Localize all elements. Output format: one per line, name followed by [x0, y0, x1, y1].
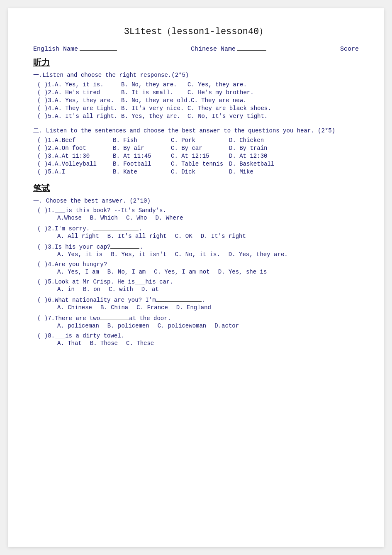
q-paren: ( )4.: [37, 261, 55, 268]
q-num: ( )1.: [37, 137, 55, 144]
q-b: B. Yes, they are.: [121, 113, 187, 120]
q-main-row: ( )4. Are you hungry?: [33, 261, 359, 268]
opt-d: D.actor: [214, 323, 239, 329]
q-options: A. policeman B. policemen C. policewoman…: [33, 323, 359, 329]
q-c: C. Yes, they are.: [187, 81, 247, 88]
q-num: ( )2.: [37, 89, 55, 96]
q-stem: There are twoat the door.: [55, 314, 171, 322]
q-d: D. Chicken: [229, 137, 264, 144]
opt-d: D. It's right: [201, 233, 246, 240]
q-d: D. Basketball: [229, 161, 274, 167]
opt-c: C. with: [109, 286, 133, 293]
written-q6: ( )6. What nationality are you? I'm. A. …: [33, 296, 359, 311]
blank: [156, 296, 202, 302]
opt-b: B. Yes, it isn't: [111, 251, 166, 258]
q-stem: Are you hungry?: [55, 261, 107, 268]
blank: [100, 314, 129, 320]
listening-q4: ( )4. A. They are tight. B. It's very ni…: [33, 105, 359, 112]
listening-part1-instruction: 一.Listen and choose the right response.(…: [33, 71, 359, 79]
written-q1: ( )1. ___is this book? --It's Sandy's. A…: [33, 207, 359, 221]
q-c: C. Dick: [171, 169, 229, 175]
opt-b: B. No, I am: [107, 269, 146, 275]
opt-d: D. Yes, she is: [218, 269, 267, 275]
q-a: A. Yes, they are.: [55, 97, 121, 104]
q-stem: ___is a dirty towel.: [55, 333, 124, 339]
q-paren: ( )1.: [37, 207, 55, 214]
q-a: A. It's all right.: [55, 113, 121, 120]
q-num: ( )5.: [37, 169, 55, 175]
q-c: C. He's my brother.: [187, 89, 254, 96]
written-section: 笔试 一. Choose the best answer. (2*10) ( )…: [33, 183, 359, 347]
blank: [93, 225, 139, 230]
listening2-q4: ( )4. A.Volleyball B. Football C. Table …: [33, 161, 359, 167]
chinese-name-label: Chinese Name: [191, 46, 236, 53]
opt-d: D. Where: [155, 215, 183, 221]
opt-c: C. These: [126, 340, 154, 347]
opt-c: C. Who: [126, 215, 147, 221]
opt-d: D. Yes, they are.: [229, 251, 288, 258]
q-main-row: ( )7. There are twoat the door.: [33, 314, 359, 322]
q-options: A. Yes, I am B. No, I am C. Yes, I am no…: [33, 269, 359, 275]
q-b: B. Fish: [113, 137, 171, 144]
opt-a: A. That: [57, 340, 82, 347]
score-field: Score: [340, 46, 359, 53]
header-row: English Name Chinese Name Score: [33, 45, 359, 53]
q-options: A. Chinese B. China C. France D. England: [33, 304, 359, 311]
blank: [110, 243, 139, 249]
q-a: A. Yes, it is.: [55, 81, 121, 88]
listening-q1: ( )1. A. Yes, it is. B. No, they are. C.…: [33, 81, 359, 88]
q-c: C. No, It's very tight.: [187, 113, 268, 120]
listening-q5: ( )5. A. It's all right. B. Yes, they ar…: [33, 113, 359, 120]
q-main-row: ( )1. ___is this book? --It's Sandy's.: [33, 207, 359, 214]
opt-d: D. at: [141, 286, 159, 293]
opt-a: A. All right: [57, 233, 99, 240]
q-main-row: ( )2. I'm sorry. .: [33, 225, 359, 232]
q-options: A. All right B. It's all right C. OK D. …: [33, 233, 359, 240]
q-main-row: ( )6. What nationality are you? I'm.: [33, 296, 359, 303]
q-num: ( )3.: [37, 97, 55, 104]
listening-part2: 二. Listen to the sentences and choose th…: [33, 127, 359, 175]
q-d: D. At 12:30: [229, 153, 267, 159]
written-q8: ( )8. ___is a dirty towel. A. That B. Th…: [33, 333, 359, 347]
opt-a: A. policeman: [57, 323, 99, 329]
q-c: C. By car: [171, 145, 229, 152]
q-d: D. By train: [229, 145, 267, 152]
opt-c: C. OK: [175, 233, 192, 240]
q-d: D. Mike: [229, 169, 253, 175]
q-options: A. That B. Those C. These: [33, 340, 359, 347]
english-name-underline: [80, 45, 117, 51]
q-c: C. Table tennis: [171, 161, 229, 167]
q-paren: ( )7.: [37, 315, 55, 322]
written-q4: ( )4. Are you hungry? A. Yes, I am B. No…: [33, 261, 359, 275]
q-stem: I'm sorry. .: [55, 225, 142, 232]
q-b: B. It's very nice.: [121, 105, 187, 112]
q-main-row: ( )5. Look at Mr Crisp. He is___his car.: [33, 279, 359, 285]
q-num: ( )3.: [37, 153, 55, 159]
page-title: 3L1test（lesson1-lesson40）: [33, 25, 359, 37]
written-q5: ( )5. Look at Mr Crisp. He is___his car.…: [33, 279, 359, 293]
q-paren: ( )8.: [37, 333, 55, 339]
listening2-q2: ( )2. A.On foot B. By air C. By car D. B…: [33, 145, 359, 152]
q-paren: ( )3.: [37, 244, 55, 250]
exam-page: 3L1test（lesson1-lesson40） English Name C…: [8, 8, 384, 547]
chinese-name-underline: [237, 45, 266, 51]
q-b: B. It is small.: [121, 89, 187, 96]
q-b: B. No, they are old.: [121, 97, 191, 104]
opt-a: A.Whose: [57, 215, 82, 221]
listening2-q5: ( )5. A.I B. Kate C. Dick D. Mike: [33, 169, 359, 175]
score-label: Score: [340, 46, 359, 53]
english-name-label: English Name: [33, 46, 78, 53]
listening-q2: ( )2. A. He's tired B. It is small. C. H…: [33, 89, 359, 96]
written-q3: ( )3. Is his your cap?. A. Yes, it is B.…: [33, 243, 359, 258]
q-b: B. At 11:45: [113, 153, 171, 159]
q-paren: ( )2.: [37, 225, 55, 232]
listening-section: 听力 一.Listen and choose the right respons…: [33, 57, 359, 175]
q-num: ( )5.: [37, 113, 55, 120]
q-options: A. Yes, it is B. Yes, it isn't C. No, it…: [33, 251, 359, 258]
q-num: ( )4.: [37, 161, 55, 167]
q-main-row: ( )8. ___is a dirty towel.: [33, 333, 359, 339]
written-title: 笔试: [33, 183, 359, 194]
q-options: A. in B. on C. with D. at: [33, 286, 359, 293]
listening-q3: ( )3. A. Yes, they are. B. No, they are …: [33, 97, 359, 104]
q-stem: ___is this book? --It's Sandy's.: [55, 207, 166, 214]
